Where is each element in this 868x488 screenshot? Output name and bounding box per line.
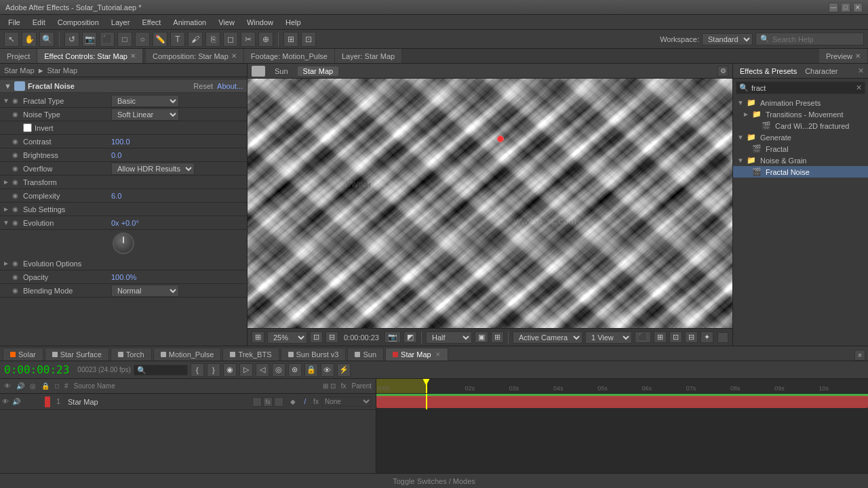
prop-fractal-type-toggle[interactable]: ▼ xyxy=(3,97,12,104)
tool-hand[interactable]: ✋ xyxy=(22,32,37,47)
comp-tab-trek-bts[interactable]: Trek_BTS xyxy=(222,348,279,361)
prop-transform-name[interactable]: Transform xyxy=(23,178,111,186)
tool-eraser[interactable]: ◻ xyxy=(223,32,238,47)
tool-rotate[interactable]: ↺ xyxy=(64,32,79,47)
tl-btn-goto-in[interactable]: { xyxy=(191,363,204,377)
comp-tab-sun[interactable]: Sun xyxy=(347,348,384,361)
comp-ctrl-view4[interactable]: ⊟ xyxy=(685,331,698,343)
prop-evolution-options-name[interactable]: Evolution Options xyxy=(23,260,111,268)
tool-select[interactable]: ↖ xyxy=(4,32,19,47)
tool-puppet[interactable]: ⊕ xyxy=(258,32,273,47)
prop-noise-type-select[interactable]: Soft Linear Linear Spline xyxy=(111,108,179,121)
rp-search-clear[interactable]: ✕ xyxy=(856,83,862,92)
tool-text[interactable]: T xyxy=(170,32,185,47)
comp-tab-star-map-close[interactable]: ✕ xyxy=(435,351,441,358)
effect-about-btn[interactable]: About... xyxy=(217,82,243,90)
menu-view[interactable]: View xyxy=(213,17,240,28)
layer-expr-icon[interactable]: / xyxy=(300,398,311,405)
tl-btn-solo[interactable]: ◎ xyxy=(272,363,285,377)
timeline-search-input[interactable] xyxy=(134,365,188,375)
panel-tab-preview[interactable]: Preview ✕ xyxy=(819,49,868,63)
tool-extra2[interactable]: ⊡ xyxy=(301,32,316,47)
workspace-select[interactable]: Standard xyxy=(702,33,753,45)
breadcrumb-starmap2[interactable]: Star Map xyxy=(47,66,78,75)
tool-extra1[interactable]: ⊞ xyxy=(283,32,298,47)
tree-toggle-noise[interactable]: ▼ xyxy=(737,157,747,164)
comp-ctrl-transparency[interactable]: ▣ xyxy=(475,331,488,343)
evolution-knob[interactable] xyxy=(113,232,134,254)
tl-btn-goto-out[interactable]: } xyxy=(207,363,220,377)
search-help-input[interactable] xyxy=(772,35,861,43)
tree-item-card-wi[interactable]: 🎬 Card Wi...2D fractured xyxy=(733,120,868,131)
prop-opacity-value[interactable]: 100.0% xyxy=(111,273,136,281)
comp-tab-close[interactable]: ✕ xyxy=(231,52,237,60)
minimize-button[interactable]: — xyxy=(829,3,838,12)
tool-behind[interactable]: ⬛ xyxy=(100,32,115,47)
comp-ctrl-view5[interactable]: ✦ xyxy=(701,331,713,343)
prop-evolution-toggle[interactable]: ▼ xyxy=(3,219,12,226)
menu-help[interactable]: Help xyxy=(280,17,307,28)
tree-item-fractal[interactable]: 🎬 Fractal xyxy=(733,143,868,155)
tl-btn-render[interactable]: ⊛ xyxy=(288,363,302,377)
comp-ctrl-view2[interactable]: ⊞ xyxy=(654,331,667,343)
comp-tab-motion-pulse[interactable]: Motion_Pulse xyxy=(153,348,222,361)
comp-ctrl-region[interactable]: ◩ xyxy=(403,331,417,343)
tl-btn-draft[interactable]: ⚡ xyxy=(337,363,351,377)
tl-btn-hide[interactable]: 👁 xyxy=(321,363,334,377)
tool-zoom[interactable]: 🔍 xyxy=(39,32,54,47)
comp-tab-star-surface[interactable]: Star Surface xyxy=(45,348,109,361)
tool-shape-rect[interactable]: □ xyxy=(117,32,132,47)
panel-tab-effect-controls-close[interactable]: ✕ xyxy=(130,52,136,60)
prop-evolution-value[interactable]: 0x +0.0° xyxy=(111,219,139,227)
track-content-starmap[interactable] xyxy=(376,396,868,408)
tool-brush[interactable]: 🖌 xyxy=(188,32,203,47)
rp-search-input[interactable] xyxy=(751,84,840,92)
layer-switch-motion-blur[interactable] xyxy=(252,397,262,407)
comp-views-select[interactable]: 1 View 2 Views 4 Views xyxy=(585,331,632,344)
menu-animation[interactable]: Animation xyxy=(167,17,212,28)
tool-camera[interactable]: 📷 xyxy=(82,32,97,47)
comp-quality-select[interactable]: Half Full Quarter xyxy=(426,331,472,344)
tree-item-generate[interactable]: ▼ 📁 Generate xyxy=(733,131,868,143)
prop-complexity-value[interactable]: 6.0 xyxy=(111,192,121,200)
prop-brightness-value[interactable]: 0.0 xyxy=(111,151,121,159)
rp-tab-effects-presets[interactable]: Effects & Presets xyxy=(737,66,800,76)
comp-ctrl-grid[interactable]: ⊞ xyxy=(252,331,264,343)
tool-pen[interactable]: ✏️ xyxy=(153,32,167,47)
comp-settings-btn[interactable]: ⚙ xyxy=(717,66,728,77)
prop-evolution-options-toggle[interactable]: ► xyxy=(3,260,12,267)
tree-item-fractal-noise[interactable]: 🎬 Fractal Noise xyxy=(733,166,868,178)
prop-sub-settings-name[interactable]: Sub Settings xyxy=(23,205,111,214)
timeline-bottom-bar[interactable]: Toggle Switches / Modes xyxy=(0,473,868,488)
panel-tab-project[interactable]: Project xyxy=(0,49,37,63)
menu-edit[interactable]: Edit xyxy=(27,17,51,28)
comp-ctrl-extra[interactable] xyxy=(717,332,728,343)
preview-tab-close[interactable]: ✕ xyxy=(855,52,861,60)
comp-tab-star-map[interactable]: Star Map ✕ xyxy=(385,348,448,361)
layer-audio-toggle[interactable]: 🔊 xyxy=(11,398,22,405)
tree-toggle-animation[interactable]: ▼ xyxy=(737,99,747,106)
panel-tab-footage[interactable]: Footage: Motion_Pulse xyxy=(244,49,335,63)
comp-ctrl-pixels[interactable]: ⊞ xyxy=(491,331,504,343)
prop-blending-select[interactable]: Normal Multiply Screen xyxy=(111,285,179,297)
tool-clone[interactable]: ⎘ xyxy=(205,32,220,47)
tree-item-transitions-movement[interactable]: ► 📁 Transitions - Movement xyxy=(733,108,868,120)
layer-parent-dropdown[interactable]: None xyxy=(321,396,372,407)
effect-toggle[interactable]: ▼ xyxy=(4,82,12,90)
tl-btn-current-frame[interactable]: ◉ xyxy=(223,363,237,377)
prop-sub-settings-toggle[interactable]: ► xyxy=(3,205,12,213)
tree-toggle-transitions[interactable]: ► xyxy=(743,110,752,118)
tree-item-animation-presets[interactable]: ▼ 📁 Animation Presets xyxy=(733,97,868,108)
tree-item-noise-grain[interactable]: ▼ 📁 Noise & Grain xyxy=(733,155,868,166)
tool-shape-ellipse[interactable]: ○ xyxy=(135,32,150,47)
timeline-time-display[interactable]: 0:00:00:23 xyxy=(4,363,69,376)
comp-ctrl-camera[interactable]: 📷 xyxy=(384,331,401,343)
layer-switch-3d[interactable] xyxy=(274,397,283,407)
comp-tab-torch[interactable]: Torch xyxy=(111,348,152,361)
layer-color-label[interactable] xyxy=(45,396,50,407)
menu-composition[interactable]: Composition xyxy=(52,17,104,28)
prop-contrast-value[interactable]: 100.0 xyxy=(111,138,130,146)
prop-invert-checkbox[interactable] xyxy=(23,123,32,132)
menu-window[interactable]: Window xyxy=(241,17,279,28)
comp-tab-solar[interactable]: Solar xyxy=(3,348,43,361)
